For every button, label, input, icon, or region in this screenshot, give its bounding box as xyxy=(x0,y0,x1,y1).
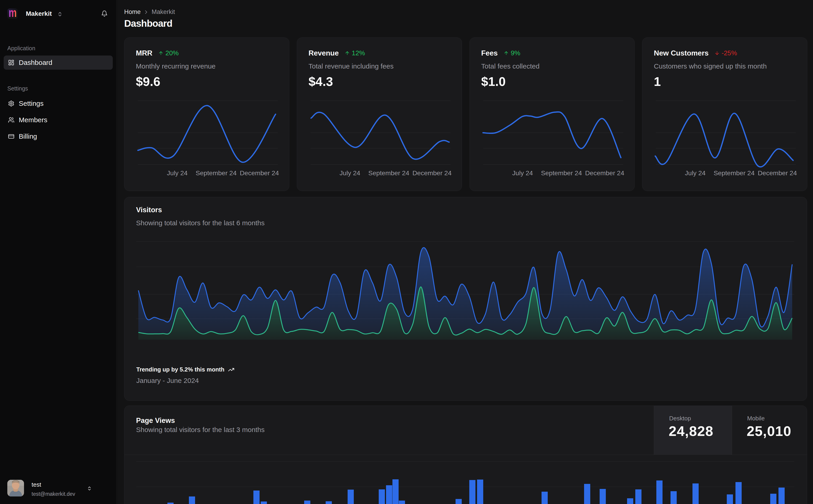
svg-text:September 24: September 24 xyxy=(541,169,582,177)
svg-text:September 24: September 24 xyxy=(195,169,237,177)
svg-text:July 24: July 24 xyxy=(340,169,360,177)
svg-text:December 24: December 24 xyxy=(412,169,451,177)
svg-text:September 24: September 24 xyxy=(714,169,755,177)
svg-text:September 24: September 24 xyxy=(368,169,409,177)
svg-text:July 24: July 24 xyxy=(167,169,187,177)
svg-text:December 24: December 24 xyxy=(758,169,797,177)
svg-text:July 24: July 24 xyxy=(685,169,706,177)
svg-text:July 24: July 24 xyxy=(512,169,533,177)
svg-text:December 24: December 24 xyxy=(240,169,279,177)
svg-text:December 24: December 24 xyxy=(585,169,624,177)
